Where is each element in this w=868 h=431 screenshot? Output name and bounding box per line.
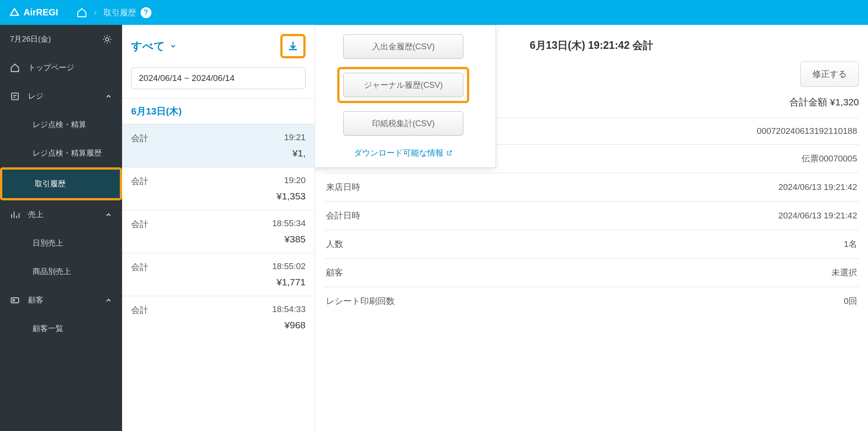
nav-product-sales[interactable]: 商品別売上: [0, 257, 122, 286]
download-button[interactable]: [280, 34, 306, 58]
txn-type: 会計: [131, 218, 148, 230]
detail-value: 2024/06/13 19:21:42: [543, 202, 859, 230]
detail-label: 会計日時: [324, 202, 543, 230]
detail-label: 顧客: [324, 259, 543, 287]
txn-amount: ¥968: [131, 320, 306, 331]
txn-type: 会計: [131, 175, 148, 187]
download-info-text: ダウンロード可能な情報: [354, 147, 443, 158]
download-info-link[interactable]: ダウンロード可能な情報: [354, 147, 453, 158]
detail-value: 000720240613192110188: [543, 118, 859, 145]
filter-dropdown[interactable]: すべて: [131, 39, 177, 53]
breadcrumb-current: 取引履歴: [104, 7, 136, 18]
txn-time: 19:20: [284, 175, 306, 187]
txn-amount: ¥1,: [131, 148, 306, 159]
breadcrumb-separator: ›: [94, 8, 97, 17]
download-icon: [287, 40, 299, 52]
top-header: AirREGI › 取引履歴 ?: [0, 0, 868, 25]
home-nav-icon: [10, 63, 20, 73]
sun-icon[interactable]: [102, 34, 112, 44]
chevron-up-icon: [105, 211, 112, 218]
transaction-row[interactable]: 会計 18:55:34 ¥385: [122, 210, 315, 253]
txn-amount: ¥1,771: [131, 277, 306, 288]
nav-register-history[interactable]: レジ点検・精算履歴: [0, 139, 122, 167]
chevron-down-icon: [170, 43, 177, 50]
detail-label: 来店日時: [324, 173, 543, 202]
edit-button[interactable]: 修正する: [800, 62, 859, 87]
detail-value: 伝票00070005: [543, 145, 859, 173]
sidebar-date-row: 7月26日(金): [0, 25, 122, 53]
journal-csv-highlight: ジャーナル履歴(CSV): [337, 67, 469, 103]
txn-type: 会計: [131, 304, 148, 316]
detail-row: レシート印刷回数 0回: [324, 287, 859, 316]
date-range-input[interactable]: 2024/06/14 ~ 2024/06/14: [131, 67, 306, 89]
sidebar-date: 7月26日(金): [10, 34, 51, 44]
date-group-header: 6月13日(木): [122, 98, 315, 124]
nav-top-page-label: トップページ: [28, 62, 74, 73]
list-header: すべて: [122, 25, 315, 67]
txn-amount: ¥385: [131, 234, 306, 245]
chevron-up-icon: [105, 297, 112, 304]
detail-value: 0回: [543, 287, 859, 316]
nav-sales-label: 売上: [28, 209, 43, 220]
transaction-list: 会計 19:21 ¥1, 会計 19:20 ¥1,353 会計 18:55:34…: [122, 124, 315, 339]
nav-register[interactable]: レジ: [0, 82, 122, 110]
logo-icon: [9, 7, 20, 18]
detail-value: 1名: [543, 230, 859, 259]
transaction-list-panel: すべて 2024/06/14 ~ 2024/06/14 6月13日(木) 会計 …: [122, 25, 315, 431]
filter-label: すべて: [131, 39, 165, 53]
nav-daily-sales[interactable]: 日別売上: [0, 229, 122, 257]
download-popup: 入出金履歴(CSV) ジャーナル履歴(CSV) 印紙税集計(CSV) ダウンロー…: [315, 25, 496, 168]
home-breadcrumb: › 取引履歴 ?: [76, 7, 151, 18]
detail-row: 顧客 未選択: [324, 259, 859, 287]
logo[interactable]: AirREGI: [9, 7, 58, 18]
txn-type: 会計: [131, 133, 148, 144]
transaction-row[interactable]: 会計 19:21 ¥1,: [122, 124, 315, 167]
logo-text: AirREGI: [24, 7, 58, 18]
txn-time: 19:21: [284, 133, 306, 144]
detail-label: 人数: [324, 230, 543, 259]
chevron-up-icon: [105, 93, 112, 100]
svg-point-3: [13, 299, 14, 301]
detail-label: レシート印刷回数: [324, 287, 543, 316]
detail-value: 未選択: [543, 259, 859, 287]
detail-row: 来店日時 2024/06/13 19:21:42: [324, 173, 859, 202]
detail-row: 会計日時 2024/06/13 19:21:42: [324, 202, 859, 230]
sidebar: 7月26日(金) トップページ レジ レジ点検・精算 レジ点検・精算履歴 取引履…: [0, 25, 122, 431]
customer-icon: [10, 295, 20, 305]
home-icon[interactable]: [76, 7, 87, 18]
txn-type: 会計: [131, 261, 148, 273]
download-csv-deposits[interactable]: 入出金履歴(CSV): [343, 34, 463, 59]
main-layout: 7月26日(金) トップページ レジ レジ点検・精算 レジ点検・精算履歴 取引履…: [0, 25, 868, 431]
help-icon[interactable]: ?: [141, 7, 151, 18]
nav-register-label: レジ: [28, 91, 43, 101]
download-csv-journal[interactable]: ジャーナル履歴(CSV): [343, 73, 463, 97]
chart-icon: [10, 210, 20, 220]
nav-top-page[interactable]: トップページ: [0, 53, 122, 82]
transaction-row[interactable]: 会計 18:54:33 ¥968: [122, 296, 315, 339]
detail-panel: 入出金履歴(CSV) ジャーナル履歴(CSV) 印紙税集計(CSV) ダウンロー…: [315, 25, 868, 431]
svg-rect-1: [12, 93, 19, 99]
external-link-icon: [446, 150, 453, 156]
detail-row: 人数 1名: [324, 230, 859, 259]
txn-amount: ¥1,353: [131, 191, 306, 202]
download-csv-stamp-tax[interactable]: 印紙税集計(CSV): [343, 111, 463, 136]
txn-time: 18:54:33: [272, 304, 306, 316]
txn-time: 18:55:34: [272, 218, 306, 230]
nav-customer-list[interactable]: 顧客一覧: [0, 314, 122, 343]
active-nav-highlight: 取引履歴: [0, 167, 122, 200]
nav-customer-label: 顧客: [28, 295, 43, 305]
nav-customer[interactable]: 顧客: [0, 286, 122, 314]
txn-time: 18:55:02: [272, 261, 306, 273]
svg-point-0: [105, 38, 108, 41]
nav-sales[interactable]: 売上: [0, 200, 122, 229]
transaction-row[interactable]: 会計 18:55:02 ¥1,771: [122, 253, 315, 296]
nav-transaction-history[interactable]: 取引履歴: [2, 170, 120, 198]
nav-register-check[interactable]: レジ点検・精算: [0, 110, 122, 139]
register-icon: [10, 91, 20, 101]
detail-value: 2024/06/13 19:21:42: [543, 173, 859, 202]
transaction-row[interactable]: 会計 19:20 ¥1,353: [122, 167, 315, 210]
